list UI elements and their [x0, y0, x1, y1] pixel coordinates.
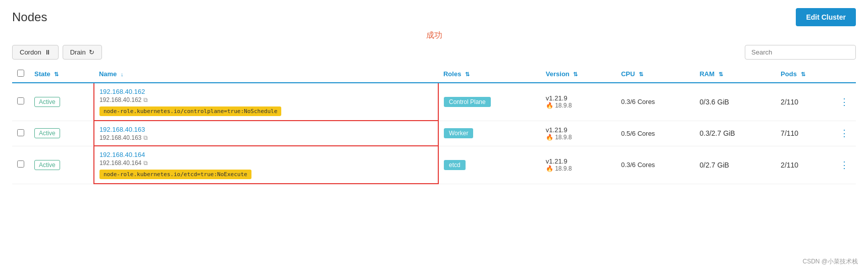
node-ip: 192.168.40.164 ⧉: [99, 159, 433, 167]
row-checkbox[interactable]: [17, 160, 24, 168]
version-sub: 🔥 18.9.8: [546, 134, 611, 141]
ram-header[interactable]: RAM ⇅: [694, 66, 776, 83]
ram-cell: 0/2.7 GiB: [694, 146, 776, 184]
row-checkbox-cell: [12, 146, 29, 184]
label-tag: node-role.kubernetes.io/etcd=true:NoExec…: [99, 170, 251, 179]
pods-value: 7/110⋮: [781, 128, 851, 139]
ram-cell: 0.3/2.7 GiB: [694, 121, 776, 146]
cpu-sort-icon: ⇅: [639, 71, 643, 78]
state-sort-icon: ⇅: [54, 71, 59, 78]
pods-text: 2/110: [781, 98, 798, 106]
table-row: Active192.168.40.163192.168.40.163 ⧉Work…: [12, 121, 856, 146]
success-message: 成功: [12, 30, 856, 41]
node-ip: 192.168.40.163 ⧉: [99, 134, 433, 141]
row-checkbox[interactable]: [17, 129, 24, 136]
pods-value: 2/110⋮: [781, 159, 851, 171]
row-checkbox-cell: [12, 83, 29, 121]
name-header[interactable]: Name ↓: [94, 66, 438, 83]
cpu-cell: 0.3/6 Cores: [616, 83, 695, 121]
roles-sort-icon: ⇅: [465, 71, 470, 78]
toolbar: Cordon ⏸ Drain ↻: [12, 45, 856, 60]
cpu-header[interactable]: CPU ⇅: [616, 66, 695, 83]
more-options-button[interactable]: ⋮: [838, 128, 851, 139]
role-badge: Control Plane: [444, 97, 491, 107]
node-name-link[interactable]: 192.168.40.162: [99, 88, 145, 95]
copy-icon[interactable]: ⧉: [143, 159, 148, 167]
pause-icon: ⏸: [44, 48, 51, 56]
drain-button[interactable]: Drain ↻: [63, 45, 102, 60]
nodes-table: State ⇅ Name ↓ Roles ⇅ Version ⇅ CPU ⇅: [12, 66, 856, 184]
page-title: Nodes: [12, 10, 47, 24]
roles-header[interactable]: Roles ⇅: [438, 66, 541, 83]
version-header[interactable]: Version ⇅: [541, 66, 616, 83]
state-header[interactable]: State ⇅: [29, 66, 94, 83]
refresh-icon: ↻: [89, 48, 94, 56]
footer-note: CSDN @小菜技术栈: [802, 257, 858, 266]
pods-header[interactable]: Pods ⇅: [776, 66, 856, 83]
version-sub: 🔥 18.9.8: [546, 165, 611, 172]
role-badge: etcd: [444, 160, 466, 170]
node-name-link[interactable]: 192.168.40.164: [99, 151, 145, 158]
pods-cell: 7/110⋮: [776, 121, 856, 146]
select-all-header: [12, 66, 29, 83]
more-options-button[interactable]: ⋮: [838, 159, 851, 171]
label-tag: node-role.kubernetes.io/controlplane=tru…: [99, 106, 281, 116]
select-all-checkbox[interactable]: [17, 70, 24, 77]
state-cell: Active: [29, 83, 94, 121]
cordon-label: Cordon: [20, 48, 41, 56]
version-cell: v1.21.9🔥 18.9.8: [541, 146, 616, 184]
page-header: Nodes Edit Cluster: [12, 8, 856, 26]
cpu-cell: 0.5/6 Cores: [616, 121, 695, 146]
pods-cell: 2/110⋮: [776, 83, 856, 121]
drain-label: Drain: [70, 48, 86, 56]
pods-cell: 2/110⋮: [776, 146, 856, 184]
version-sort-icon: ⇅: [573, 71, 578, 78]
version-main: v1.21.9: [546, 126, 611, 134]
name-cell: 192.168.40.163192.168.40.163 ⧉: [94, 121, 438, 146]
copy-icon[interactable]: ⧉: [143, 96, 148, 103]
roles-cell: Worker: [438, 121, 541, 146]
ram-sort-icon: ⇅: [719, 71, 723, 78]
node-ip: 192.168.40.162 ⧉: [99, 96, 433, 103]
cordon-button[interactable]: Cordon ⏸: [12, 45, 59, 60]
more-options-button[interactable]: ⋮: [838, 96, 851, 107]
pods-text: 2/110: [781, 161, 798, 169]
version-cell: v1.21.9🔥 18.9.8: [541, 121, 616, 146]
name-sort-icon: ↓: [121, 71, 124, 77]
cpu-cell: 0.3/6 Cores: [616, 146, 695, 184]
name-cell: 192.168.40.164192.168.40.164 ⧉node-role.…: [94, 146, 438, 184]
row-checkbox[interactable]: [17, 97, 24, 104]
status-badge: Active: [34, 128, 60, 138]
pods-sort-icon: ⇅: [801, 71, 805, 78]
pods-text: 7/110: [781, 129, 798, 137]
status-badge: Active: [34, 160, 60, 170]
state-cell: Active: [29, 121, 94, 146]
version-sub: 🔥 18.9.8: [546, 102, 611, 109]
table-row: Active192.168.40.162192.168.40.162 ⧉node…: [12, 83, 856, 121]
roles-cell: etcd: [438, 146, 541, 184]
pods-value: 2/110⋮: [781, 96, 851, 107]
state-cell: Active: [29, 146, 94, 184]
edit-cluster-button[interactable]: Edit Cluster: [796, 8, 856, 26]
roles-cell: Control Plane: [438, 83, 541, 121]
table-row: Active192.168.40.164192.168.40.164 ⧉node…: [12, 146, 856, 184]
name-cell: 192.168.40.162192.168.40.162 ⧉node-role.…: [94, 83, 438, 121]
ram-cell: 0/3.6 GiB: [694, 83, 776, 121]
node-name-link[interactable]: 192.168.40.163: [99, 126, 145, 133]
version-cell: v1.21.9🔥 18.9.8: [541, 83, 616, 121]
version-main: v1.21.9: [546, 157, 611, 165]
role-badge: Worker: [444, 128, 473, 138]
row-checkbox-cell: [12, 121, 29, 146]
copy-icon[interactable]: ⧉: [143, 134, 148, 141]
search-input[interactable]: [745, 45, 856, 60]
status-badge: Active: [34, 97, 60, 107]
version-main: v1.21.9: [546, 94, 611, 102]
